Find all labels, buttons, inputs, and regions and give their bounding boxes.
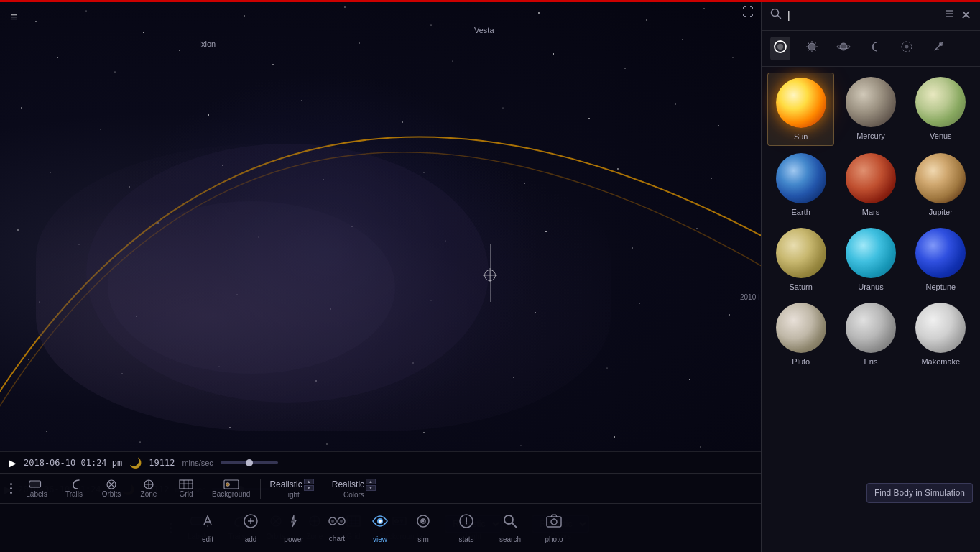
light-up-arrow[interactable]: ▲: [304, 479, 314, 484]
svg-point-43: [632, 247, 632, 248]
jupiter-sphere: [915, 153, 966, 203]
mercury-label: Mercury: [856, 132, 885, 140]
power-label: power: [284, 535, 303, 543]
tools-orbits[interactable]: Orbits: [93, 477, 130, 500]
svg-point-12: [272, 64, 274, 65]
cat-moon[interactable]: [865, 37, 885, 60]
svg-point-10: [114, 71, 115, 72]
cat-all[interactable]: [770, 37, 790, 60]
toolbar-chart[interactable]: chart: [315, 509, 359, 547]
light-down-arrow[interactable]: ▼: [304, 485, 314, 491]
action-toolbar: edit add power: [0, 503, 762, 552]
cat-asteroid[interactable]: [897, 37, 917, 60]
sun-label: Sun: [794, 132, 808, 141]
menu-icon[interactable]: ≡: [11, 11, 17, 24]
toolbar-sim[interactable]: sim: [402, 508, 445, 548]
annotation-2010: 2010 I: [740, 293, 760, 301]
svg-line-104: [512, 523, 517, 528]
toolbar-stats[interactable]: stats: [445, 508, 488, 548]
speed-unit-bar: mins/sec: [182, 459, 213, 467]
svg-point-47: [236, 294, 237, 295]
cat-star[interactable]: [802, 37, 822, 60]
svg-point-45: [39, 301, 40, 302]
colors-arrows[interactable]: ▲ ▼: [366, 479, 376, 491]
body-item-mercury[interactable]: Mercury: [837, 73, 904, 146]
uranus-sphere: [846, 228, 896, 278]
right-panel: ✕: [761, 0, 980, 552]
mars-sphere: [846, 153, 896, 203]
body-item-makemake[interactable]: Makemake: [907, 298, 974, 370]
body-item-earth[interactable]: Earth: [767, 149, 834, 221]
body-item-partial-1[interactable]: [767, 373, 834, 402]
svg-point-52: [729, 314, 730, 316]
svg-line-133: [815, 43, 815, 44]
svg-point-17: [682, 39, 683, 40]
svg-point-39: [258, 236, 259, 237]
body-item-uranus[interactable]: Uranus: [837, 224, 904, 295]
light-control[interactable]: Realistic ▲ ▼: [269, 479, 313, 491]
tools-grid-icon: [178, 479, 194, 490]
neptune-sphere: [915, 228, 966, 278]
light-arrows[interactable]: ▲ ▼: [304, 479, 314, 491]
edit-label: edit: [202, 535, 213, 543]
svg-point-20: [100, 129, 101, 129]
body-item-eris[interactable]: Eris: [837, 298, 904, 370]
colors-label-text: Colors: [343, 491, 364, 499]
svg-point-40: [351, 226, 353, 227]
toolbar-power[interactable]: power: [272, 508, 315, 548]
svg-point-23: [402, 121, 403, 123]
body-item-saturn[interactable]: Saturn: [767, 224, 834, 295]
panel-search-input[interactable]: [787, 9, 938, 21]
panel-header-icons: [943, 8, 955, 22]
speed-slider-bar[interactable]: [221, 461, 278, 464]
panel-search-icon: [770, 8, 782, 22]
tools-more-btn[interactable]: [4, 483, 18, 494]
colors-down-arrow[interactable]: ▼: [366, 485, 376, 491]
pluto-sphere: [776, 303, 826, 353]
body-item-sun[interactable]: Sun: [767, 73, 834, 146]
cat-planet[interactable]: [833, 37, 854, 60]
body-item-jupiter[interactable]: Jupiter: [907, 149, 974, 221]
tools-trails[interactable]: Trails: [55, 477, 93, 500]
colors-up-arrow[interactable]: ▲: [366, 479, 376, 484]
body-item-neptune[interactable]: Neptune: [907, 224, 974, 295]
clock-icon-bar[interactable]: 🌙: [129, 457, 142, 469]
tools-zone[interactable]: Zone: [130, 477, 167, 500]
colors-control[interactable]: Realistic ▲ ▼: [332, 479, 376, 491]
body-item-mars[interactable]: Mars: [837, 149, 904, 221]
list-icon[interactable]: [943, 8, 955, 22]
body-item-pluto[interactable]: Pluto: [767, 298, 834, 370]
svg-point-125: [777, 44, 783, 50]
speed-thumb-bar: [246, 459, 253, 466]
panel-close-button[interactable]: ✕: [961, 7, 971, 23]
ixion-label: Ixion: [199, 40, 216, 48]
fullscreen-button[interactable]: ⛶: [742, 6, 754, 19]
neptune-label: Neptune: [926, 282, 956, 291]
tools-labels-label: Labels: [26, 490, 47, 498]
svg-point-41: [445, 240, 445, 241]
body-item-venus[interactable]: Venus: [907, 73, 974, 146]
colors-value: Realistic: [332, 479, 364, 489]
view-icon: [371, 512, 389, 533]
toolbar-edit[interactable]: edit: [186, 508, 229, 548]
cat-comet[interactable]: [928, 37, 948, 60]
tools-grid-label: Grid: [180, 490, 193, 498]
stats-label: stats: [458, 535, 473, 543]
body-item-partial-2[interactable]: [837, 373, 904, 402]
pluto-label: Pluto: [792, 357, 810, 366]
toolbar-photo[interactable]: photo: [532, 508, 575, 548]
svg-point-34: [617, 168, 619, 170]
play-button[interactable]: ▶: [9, 457, 17, 469]
tools-labels[interactable]: Labels: [18, 477, 55, 500]
svg-point-29: [129, 186, 130, 188]
svg-point-63: [229, 427, 231, 428]
space-viewport[interactable]: Vesta Ixion 2010 I ≡: [0, 0, 762, 525]
svg-point-21: [208, 114, 209, 116]
toolbar-add[interactable]: add: [229, 508, 272, 548]
tools-background[interactable]: Background: [205, 477, 257, 500]
toolbar-view[interactable]: view: [359, 508, 402, 548]
toolbar-search[interactable]: search: [488, 508, 532, 548]
tools-grid[interactable]: Grid: [167, 477, 205, 500]
svg-point-53: [28, 359, 29, 359]
makemake-sphere: [915, 303, 966, 353]
